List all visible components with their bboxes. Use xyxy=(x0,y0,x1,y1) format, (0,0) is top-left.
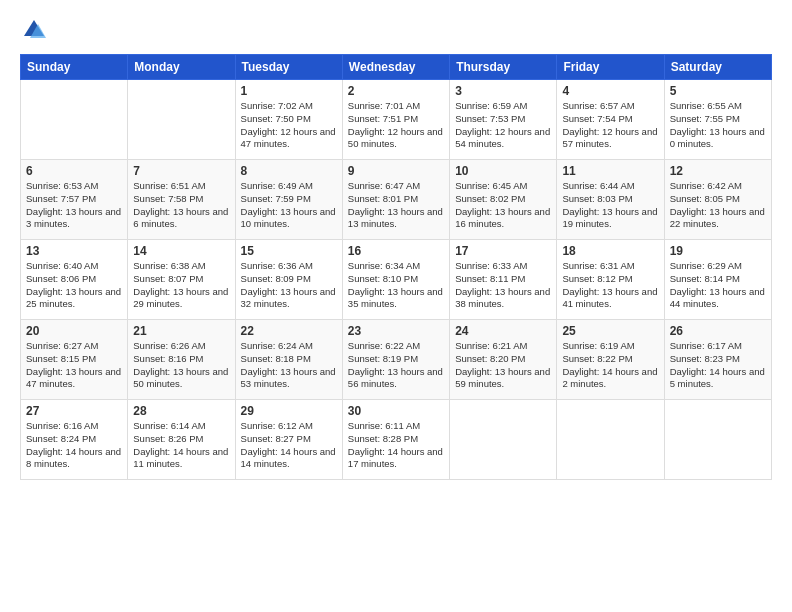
day-info: Sunrise: 6:57 AM Sunset: 7:54 PM Dayligh… xyxy=(562,100,658,151)
day-info: Sunrise: 7:01 AM Sunset: 7:51 PM Dayligh… xyxy=(348,100,444,151)
calendar-cell xyxy=(557,400,664,480)
day-number: 22 xyxy=(241,324,337,338)
day-info: Sunrise: 6:42 AM Sunset: 8:05 PM Dayligh… xyxy=(670,180,766,231)
calendar-day-header: Tuesday xyxy=(235,55,342,80)
calendar-cell: 13Sunrise: 6:40 AM Sunset: 8:06 PM Dayli… xyxy=(21,240,128,320)
logo xyxy=(20,16,52,44)
calendar-week-row: 27Sunrise: 6:16 AM Sunset: 8:24 PM Dayli… xyxy=(21,400,772,480)
day-number: 30 xyxy=(348,404,444,418)
day-info: Sunrise: 6:53 AM Sunset: 7:57 PM Dayligh… xyxy=(26,180,122,231)
day-info: Sunrise: 6:36 AM Sunset: 8:09 PM Dayligh… xyxy=(241,260,337,311)
day-number: 24 xyxy=(455,324,551,338)
day-number: 26 xyxy=(670,324,766,338)
day-info: Sunrise: 6:16 AM Sunset: 8:24 PM Dayligh… xyxy=(26,420,122,471)
calendar-header-row: SundayMondayTuesdayWednesdayThursdayFrid… xyxy=(21,55,772,80)
calendar-cell: 26Sunrise: 6:17 AM Sunset: 8:23 PM Dayli… xyxy=(664,320,771,400)
day-number: 7 xyxy=(133,164,229,178)
day-info: Sunrise: 6:21 AM Sunset: 8:20 PM Dayligh… xyxy=(455,340,551,391)
day-number: 8 xyxy=(241,164,337,178)
day-number: 17 xyxy=(455,244,551,258)
calendar-day-header: Thursday xyxy=(450,55,557,80)
calendar-week-row: 20Sunrise: 6:27 AM Sunset: 8:15 PM Dayli… xyxy=(21,320,772,400)
calendar-cell: 23Sunrise: 6:22 AM Sunset: 8:19 PM Dayli… xyxy=(342,320,449,400)
day-number: 19 xyxy=(670,244,766,258)
day-info: Sunrise: 6:38 AM Sunset: 8:07 PM Dayligh… xyxy=(133,260,229,311)
day-number: 23 xyxy=(348,324,444,338)
day-number: 9 xyxy=(348,164,444,178)
day-info: Sunrise: 6:40 AM Sunset: 8:06 PM Dayligh… xyxy=(26,260,122,311)
calendar-cell: 27Sunrise: 6:16 AM Sunset: 8:24 PM Dayli… xyxy=(21,400,128,480)
day-info: Sunrise: 6:27 AM Sunset: 8:15 PM Dayligh… xyxy=(26,340,122,391)
day-info: Sunrise: 6:14 AM Sunset: 8:26 PM Dayligh… xyxy=(133,420,229,471)
day-info: Sunrise: 6:19 AM Sunset: 8:22 PM Dayligh… xyxy=(562,340,658,391)
day-info: Sunrise: 6:49 AM Sunset: 7:59 PM Dayligh… xyxy=(241,180,337,231)
calendar-week-row: 6Sunrise: 6:53 AM Sunset: 7:57 PM Daylig… xyxy=(21,160,772,240)
day-info: Sunrise: 6:33 AM Sunset: 8:11 PM Dayligh… xyxy=(455,260,551,311)
calendar-cell: 4Sunrise: 6:57 AM Sunset: 7:54 PM Daylig… xyxy=(557,80,664,160)
day-number: 25 xyxy=(562,324,658,338)
calendar-day-header: Sunday xyxy=(21,55,128,80)
calendar-cell: 2Sunrise: 7:01 AM Sunset: 7:51 PM Daylig… xyxy=(342,80,449,160)
header xyxy=(20,16,772,44)
calendar-day-header: Wednesday xyxy=(342,55,449,80)
day-number: 15 xyxy=(241,244,337,258)
day-number: 13 xyxy=(26,244,122,258)
day-info: Sunrise: 6:47 AM Sunset: 8:01 PM Dayligh… xyxy=(348,180,444,231)
day-number: 5 xyxy=(670,84,766,98)
logo-icon xyxy=(20,16,48,44)
day-number: 1 xyxy=(241,84,337,98)
day-info: Sunrise: 6:29 AM Sunset: 8:14 PM Dayligh… xyxy=(670,260,766,311)
calendar-cell: 8Sunrise: 6:49 AM Sunset: 7:59 PM Daylig… xyxy=(235,160,342,240)
day-number: 14 xyxy=(133,244,229,258)
day-info: Sunrise: 6:34 AM Sunset: 8:10 PM Dayligh… xyxy=(348,260,444,311)
day-number: 12 xyxy=(670,164,766,178)
day-number: 28 xyxy=(133,404,229,418)
day-info: Sunrise: 7:02 AM Sunset: 7:50 PM Dayligh… xyxy=(241,100,337,151)
calendar-cell: 3Sunrise: 6:59 AM Sunset: 7:53 PM Daylig… xyxy=(450,80,557,160)
calendar-cell: 15Sunrise: 6:36 AM Sunset: 8:09 PM Dayli… xyxy=(235,240,342,320)
calendar-cell: 6Sunrise: 6:53 AM Sunset: 7:57 PM Daylig… xyxy=(21,160,128,240)
day-info: Sunrise: 6:55 AM Sunset: 7:55 PM Dayligh… xyxy=(670,100,766,151)
calendar-cell: 29Sunrise: 6:12 AM Sunset: 8:27 PM Dayli… xyxy=(235,400,342,480)
calendar-day-header: Monday xyxy=(128,55,235,80)
day-info: Sunrise: 6:26 AM Sunset: 8:16 PM Dayligh… xyxy=(133,340,229,391)
day-info: Sunrise: 6:24 AM Sunset: 8:18 PM Dayligh… xyxy=(241,340,337,391)
calendar-cell: 30Sunrise: 6:11 AM Sunset: 8:28 PM Dayli… xyxy=(342,400,449,480)
calendar-week-row: 1Sunrise: 7:02 AM Sunset: 7:50 PM Daylig… xyxy=(21,80,772,160)
day-info: Sunrise: 6:17 AM Sunset: 8:23 PM Dayligh… xyxy=(670,340,766,391)
day-info: Sunrise: 6:11 AM Sunset: 8:28 PM Dayligh… xyxy=(348,420,444,471)
day-number: 16 xyxy=(348,244,444,258)
calendar-cell: 24Sunrise: 6:21 AM Sunset: 8:20 PM Dayli… xyxy=(450,320,557,400)
day-number: 29 xyxy=(241,404,337,418)
calendar-cell xyxy=(450,400,557,480)
calendar-cell xyxy=(664,400,771,480)
calendar-cell: 17Sunrise: 6:33 AM Sunset: 8:11 PM Dayli… xyxy=(450,240,557,320)
day-number: 27 xyxy=(26,404,122,418)
calendar-cell: 10Sunrise: 6:45 AM Sunset: 8:02 PM Dayli… xyxy=(450,160,557,240)
calendar-cell: 12Sunrise: 6:42 AM Sunset: 8:05 PM Dayli… xyxy=(664,160,771,240)
day-number: 2 xyxy=(348,84,444,98)
day-number: 21 xyxy=(133,324,229,338)
day-number: 18 xyxy=(562,244,658,258)
calendar-cell: 28Sunrise: 6:14 AM Sunset: 8:26 PM Dayli… xyxy=(128,400,235,480)
calendar-week-row: 13Sunrise: 6:40 AM Sunset: 8:06 PM Dayli… xyxy=(21,240,772,320)
day-number: 4 xyxy=(562,84,658,98)
calendar-cell: 9Sunrise: 6:47 AM Sunset: 8:01 PM Daylig… xyxy=(342,160,449,240)
day-number: 10 xyxy=(455,164,551,178)
calendar-cell: 5Sunrise: 6:55 AM Sunset: 7:55 PM Daylig… xyxy=(664,80,771,160)
day-number: 20 xyxy=(26,324,122,338)
calendar-day-header: Friday xyxy=(557,55,664,80)
calendar-cell: 19Sunrise: 6:29 AM Sunset: 8:14 PM Dayli… xyxy=(664,240,771,320)
calendar-cell: 25Sunrise: 6:19 AM Sunset: 8:22 PM Dayli… xyxy=(557,320,664,400)
page: SundayMondayTuesdayWednesdayThursdayFrid… xyxy=(0,0,792,612)
calendar-cell: 18Sunrise: 6:31 AM Sunset: 8:12 PM Dayli… xyxy=(557,240,664,320)
calendar-cell: 11Sunrise: 6:44 AM Sunset: 8:03 PM Dayli… xyxy=(557,160,664,240)
calendar-cell: 22Sunrise: 6:24 AM Sunset: 8:18 PM Dayli… xyxy=(235,320,342,400)
day-info: Sunrise: 6:51 AM Sunset: 7:58 PM Dayligh… xyxy=(133,180,229,231)
calendar-cell: 1Sunrise: 7:02 AM Sunset: 7:50 PM Daylig… xyxy=(235,80,342,160)
calendar-cell xyxy=(21,80,128,160)
calendar-cell: 7Sunrise: 6:51 AM Sunset: 7:58 PM Daylig… xyxy=(128,160,235,240)
calendar-cell: 16Sunrise: 6:34 AM Sunset: 8:10 PM Dayli… xyxy=(342,240,449,320)
calendar-cell: 14Sunrise: 6:38 AM Sunset: 8:07 PM Dayli… xyxy=(128,240,235,320)
calendar-cell: 21Sunrise: 6:26 AM Sunset: 8:16 PM Dayli… xyxy=(128,320,235,400)
